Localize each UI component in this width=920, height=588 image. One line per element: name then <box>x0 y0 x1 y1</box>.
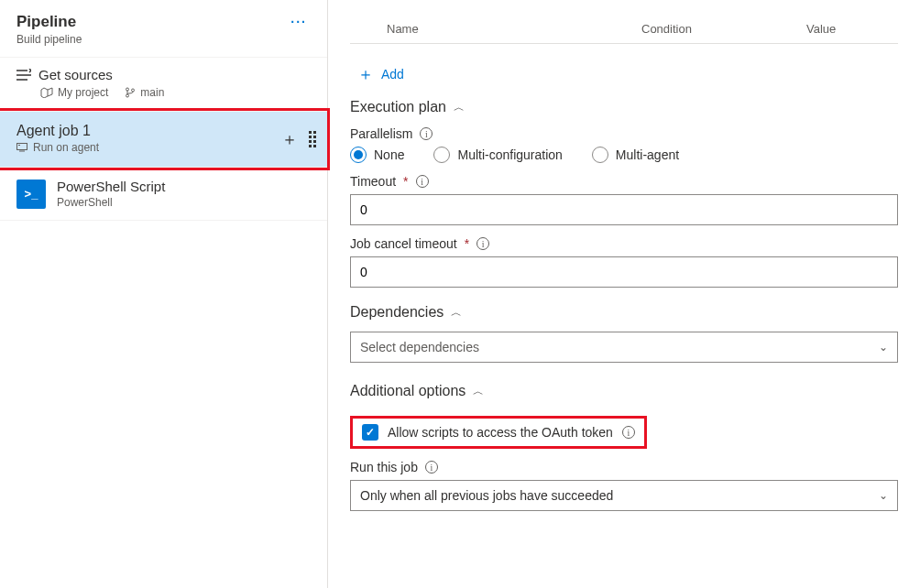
agent-icon <box>16 143 27 152</box>
chevron-up-icon: ︿ <box>473 384 484 399</box>
project-meta: My project <box>40 86 108 99</box>
agent-job-title: Agent job 1 <box>16 123 312 139</box>
svg-point-0 <box>126 88 129 91</box>
task-subtitle: PowerShell <box>57 196 165 209</box>
pipeline-subtitle: Build pipeline <box>16 33 82 46</box>
branch-icon <box>125 87 136 98</box>
dependencies-header[interactable]: Dependencies ︿ <box>350 304 898 321</box>
pipeline-title: Pipeline <box>16 13 82 31</box>
svg-point-2 <box>132 89 135 92</box>
job-cancel-timeout-label: Job cancel timeout* i <box>350 236 898 251</box>
pipeline-header: Pipeline Build pipeline ··· <box>0 0 327 58</box>
get-sources-row[interactable]: Get sources My project main <box>0 58 327 111</box>
right-panel: Name Condition Value ＋ Add Execution pla… <box>328 0 920 588</box>
task-row-powershell[interactable]: >_ PowerShell Script PowerShell <box>0 168 327 221</box>
left-panel: Pipeline Build pipeline ··· Get sources … <box>0 0 328 588</box>
info-icon[interactable]: i <box>622 426 635 439</box>
oauth-checkbox[interactable]: ✓ <box>362 424 378 441</box>
plus-icon: ＋ <box>357 66 374 82</box>
oauth-option-row: ✓ Allow scripts to access the OAuth toke… <box>350 416 647 449</box>
col-value: Value <box>806 22 898 36</box>
branch-name: main <box>140 86 164 99</box>
variables-header: Name Condition Value <box>350 0 898 44</box>
add-button[interactable]: ＋ Add <box>357 66 898 82</box>
drag-handle-icon[interactable] <box>309 131 316 147</box>
sources-icon <box>16 69 31 82</box>
parallelism-label: Parallelism i <box>350 126 898 141</box>
radio-none[interactable]: None <box>350 147 404 163</box>
run-this-job-select[interactable]: Only when all previous jobs have succeed… <box>350 480 898 511</box>
svg-rect-3 <box>17 144 27 150</box>
additional-options-header[interactable]: Additional options ︿ <box>350 383 898 399</box>
task-title: PowerShell Script <box>57 179 165 194</box>
info-icon[interactable]: i <box>476 237 489 250</box>
svg-point-1 <box>126 94 129 97</box>
branch-meta: main <box>125 86 164 99</box>
more-button[interactable]: ··· <box>287 13 311 31</box>
chevron-down-icon: ⌄ <box>879 489 888 502</box>
project-icon <box>40 87 53 98</box>
get-sources-title: Get sources <box>38 67 113 82</box>
agent-job-row[interactable]: Agent job 1 Run on agent ＋ <box>0 111 327 168</box>
add-task-button[interactable]: ＋ <box>281 128 298 150</box>
chevron-up-icon: ︿ <box>451 305 462 321</box>
powershell-icon: >_ <box>16 180 46 209</box>
job-cancel-timeout-input[interactable] <box>350 256 898 288</box>
add-label: Add <box>381 67 404 82</box>
parallelism-radio-group: None Multi-configuration Multi-agent <box>350 147 898 163</box>
timeout-input[interactable] <box>350 194 898 225</box>
info-icon[interactable]: i <box>420 127 433 140</box>
run-this-job-label: Run this job i <box>350 460 898 474</box>
radio-multi-configuration[interactable]: Multi-configuration <box>433 147 562 163</box>
radio-multi-agent[interactable]: Multi-agent <box>592 147 679 163</box>
agent-job-subtitle: Run on agent <box>33 141 99 154</box>
timeout-label: Timeout* i <box>350 174 898 189</box>
oauth-label: Allow scripts to access the OAuth token <box>388 425 613 440</box>
col-condition: Condition <box>641 22 806 36</box>
chevron-down-icon: ⌄ <box>879 341 888 354</box>
chevron-up-icon: ︿ <box>454 100 465 115</box>
col-name: Name <box>350 22 641 36</box>
info-icon[interactable]: i <box>425 461 438 474</box>
info-icon[interactable]: i <box>416 175 429 188</box>
execution-plan-header[interactable]: Execution plan ︿ <box>350 99 898 115</box>
dependencies-select[interactable]: Select dependencies ⌄ <box>350 332 898 363</box>
project-name: My project <box>58 86 108 99</box>
svg-rect-4 <box>18 145 20 146</box>
